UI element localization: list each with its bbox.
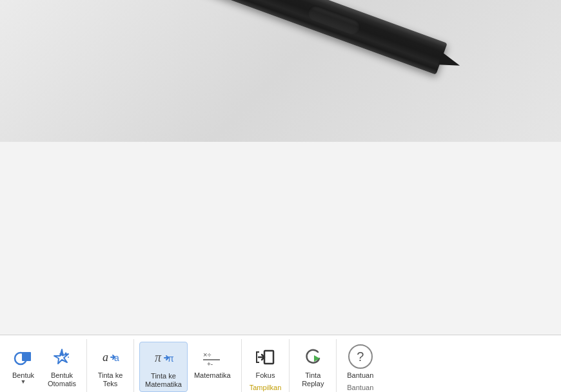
help-circle: ? [348, 344, 373, 369]
stylus-pen [133, 0, 448, 75]
svg-text:×÷: ×÷ [203, 351, 211, 358]
svg-text:π: π [168, 353, 173, 364]
group-tampilkan-label: Tampilkan [244, 382, 287, 392]
stylus-background [0, 0, 561, 142]
matematika-button[interactable]: ×÷ +- Matematika [189, 342, 236, 382]
bantuan-label: Bantuan [347, 371, 373, 380]
fokus-button[interactable]: Fokus [248, 342, 284, 382]
tinta-ke-teks-label: Tinta keTeks [98, 371, 123, 388]
svg-rect-1 [22, 352, 31, 361]
ink-to-text-icon: a a [100, 347, 121, 368]
group-tampilkan: Fokus Tampilkan [242, 339, 290, 392]
focus-icon [255, 347, 276, 368]
svg-text:a: a [103, 351, 108, 364]
fokus-label: Fokus [256, 371, 275, 380]
auto-shape-icon [52, 347, 72, 368]
tinta-ke-matematika-label: Tinta keMatematika [145, 372, 182, 389]
svg-rect-11 [264, 351, 273, 364]
tinta-replay-button[interactable]: TintaReplay [295, 342, 331, 391]
bentuk-otomatis-button[interactable]: BentukOtomatis [43, 342, 81, 391]
group-bentuk: Bentuk ▼ Bentuk [0, 339, 87, 392]
bantuan-button[interactable]: ? Bantuan [342, 342, 379, 382]
math-icon: ×÷ +- [202, 347, 222, 368]
replay-icon [302, 347, 323, 368]
tinta-replay-label: TintaReplay [302, 371, 324, 388]
bentuk-button[interactable]: Bentuk ▼ [5, 342, 41, 387]
ribbon-toolbar: Bentuk ▼ Bentuk [0, 335, 561, 392]
tinta-ke-teks-button[interactable]: a a Tinta keTeks [92, 342, 128, 391]
group-bantuan-label: Bantuan [339, 382, 381, 392]
svg-text:+-: +- [207, 360, 213, 368]
bentuk-otomatis-label: BentukOtomatis [48, 371, 76, 388]
svg-text:π: π [155, 350, 162, 364]
matematika-label: Matematika [194, 371, 231, 380]
svg-point-3 [68, 357, 69, 358]
group-teks: a a Tinta keTeks Teks [87, 339, 134, 392]
group-matematika: π π Tinta keMatematika ×÷ [134, 339, 242, 392]
shape-icon [13, 347, 34, 368]
group-bantuan: ? Bantuan Bantuan [337, 339, 384, 392]
svg-point-2 [65, 353, 67, 355]
group-replay: TintaReplay Replay [290, 339, 337, 392]
svg-text:a: a [114, 353, 119, 363]
ink-to-math-icon: π π [153, 348, 173, 368]
bentuk-dropdown-arrow: ▼ [21, 378, 26, 385]
tinta-ke-matematika-button[interactable]: π π Tinta keMatematika [139, 342, 188, 392]
